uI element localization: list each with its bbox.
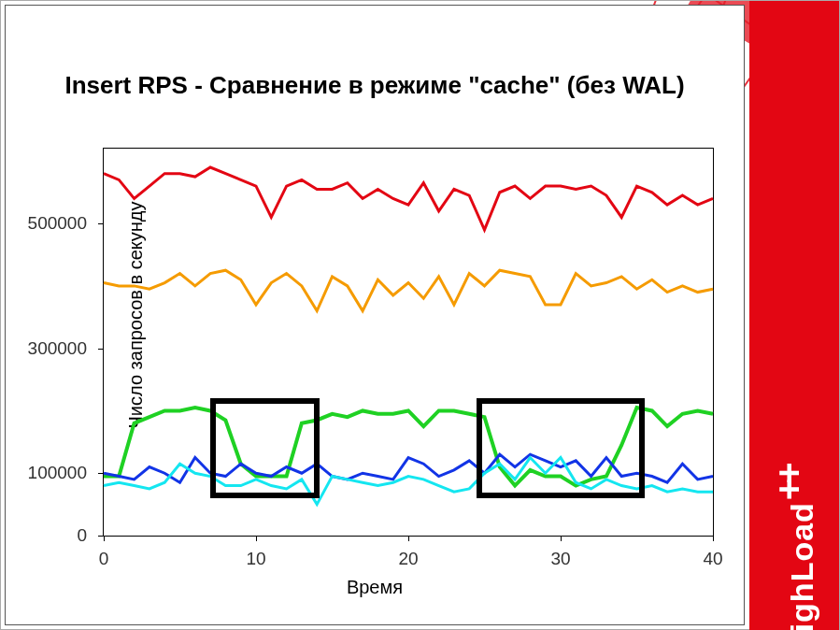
x-tick-label: 10 [246, 549, 265, 569]
y-tick-mark [98, 473, 104, 474]
brand-text: HighLoad [784, 502, 819, 630]
x-tick-label: 20 [398, 549, 418, 569]
y-tick-label: 0 [77, 525, 87, 546]
x-tick-mark [256, 536, 257, 541]
x-tick-mark [104, 536, 105, 541]
x-tick-mark [561, 536, 562, 541]
series-orange [104, 270, 713, 310]
y-tick-label: 500000 [28, 213, 87, 234]
brand-label: HighLoad++ [768, 467, 820, 630]
chart-title: Insert RPS - Сравнение в режиме "cache" … [6, 71, 744, 100]
y-tick-label: 300000 [28, 338, 87, 359]
x-tick-label: 40 [703, 549, 722, 569]
highlight-box [210, 398, 320, 498]
y-tick-mark [98, 349, 104, 350]
x-tick-label: 0 [99, 549, 109, 569]
y-tick-label: 100000 [28, 463, 87, 483]
y-tick-mark [98, 223, 104, 224]
plot-area: 0100000300000500000010203040 [103, 148, 714, 537]
brand-sidebar: HighLoad++ [749, 1, 839, 630]
x-tick-mark [713, 536, 714, 541]
x-tick-mark [408, 536, 409, 541]
x-tick-label: 30 [550, 549, 570, 569]
x-axis-label: Время [6, 577, 744, 598]
chart-container: Insert RPS - Сравнение в режиме "cache" … [5, 5, 745, 625]
series-red [104, 167, 713, 230]
highlight-box [477, 398, 644, 498]
slide: HighLoad++ Insert RPS - Сравнение в режи… [0, 0, 840, 630]
brand-plusplus: ++ [768, 467, 809, 500]
